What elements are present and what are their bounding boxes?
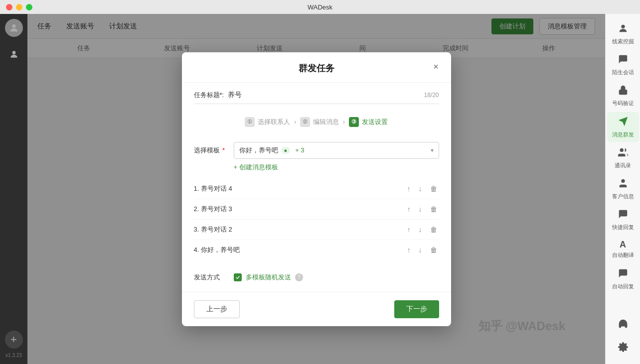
sidebar-item-customer[interactable]: 客户信息: [607, 174, 639, 204]
template-selected-name: 你好，养号吧: [239, 146, 278, 155]
sidebar-item-support[interactable]: [607, 314, 639, 336]
chevron-down-icon: ▾: [431, 147, 434, 154]
sidebar-item-stranger[interactable]: 陌生会话: [607, 50, 639, 80]
sidebar-item-translate[interactable]: A 自动翻译: [607, 236, 639, 262]
delete-button-4[interactable]: 🗑: [428, 245, 439, 255]
step-2-label: 编辑消息: [313, 118, 339, 126]
sidebar-item-broadcast-label: 消息群发: [612, 131, 634, 138]
contacts-icon: [618, 147, 629, 160]
create-template-link[interactable]: + 创建消息模板: [234, 163, 278, 172]
user-avatar[interactable]: [5, 19, 23, 37]
sidebar-item-verify-label: 号码验证: [612, 100, 634, 107]
maximize-window-button[interactable]: [26, 4, 32, 10]
template-control: 你好，养号吧 ● + 3 ▾ + 创建消息模板: [234, 142, 439, 172]
template-item-name-3: 3. 养号对话 2: [194, 225, 405, 234]
minimize-window-button[interactable]: [16, 4, 22, 10]
delete-button-2[interactable]: 🗑: [428, 204, 439, 214]
svg-point-11: [624, 271, 625, 273]
sidebar-item-quick-reply-label: 快捷回复: [612, 224, 634, 231]
window-controls[interactable]: [6, 4, 32, 10]
send-method-checkbox[interactable]: [234, 273, 242, 281]
step-3[interactable]: ③ 发送设置: [349, 117, 388, 127]
sidebar-item-translate-label: 自动翻译: [612, 252, 634, 258]
template-item-actions-1: ↑ ↓ 🗑: [405, 184, 439, 194]
template-selected-item: 你好，养号吧 ● + 3: [239, 146, 305, 155]
move-down-button-3[interactable]: ↓: [417, 225, 424, 235]
svg-point-5: [620, 148, 623, 152]
next-step-button[interactable]: 下一步: [394, 300, 439, 318]
translate-icon: A: [620, 240, 626, 250]
broadcast-icon: [618, 116, 629, 129]
delete-button-1[interactable]: 🗑: [428, 184, 439, 194]
settings-icon: [618, 342, 629, 355]
template-list-item: 2. 养号对话 3 ↑ ↓ 🗑: [194, 199, 439, 220]
move-up-button-3[interactable]: ↑: [405, 225, 413, 235]
move-down-button-4[interactable]: ↓: [417, 245, 424, 255]
titlebar: WADesk: [0, 0, 640, 14]
send-method-content: 多模板随机发送 ?: [234, 273, 303, 282]
move-up-button-1[interactable]: ↑: [405, 184, 413, 194]
move-down-button-1[interactable]: ↓: [417, 184, 424, 194]
prospect-icon: [618, 23, 629, 36]
task-title-input[interactable]: [228, 91, 424, 99]
sidebar-item-auto-reply-label: 自动回复: [612, 283, 634, 290]
prev-step-button[interactable]: 上一步: [194, 300, 240, 318]
template-list: 1. 养号对话 4 ↑ ↓ 🗑 2. 养号对话 3 ↑ ↓: [194, 179, 439, 260]
sidebar-item-settings[interactable]: [607, 338, 639, 359]
template-item-name-4: 4. 你好，养号吧: [194, 245, 405, 254]
step-2[interactable]: ② 编辑消息: [300, 117, 339, 127]
svg-marker-4: [618, 117, 627, 125]
svg-point-6: [621, 179, 625, 183]
template-item-actions-2: ↑ ↓ 🗑: [405, 204, 439, 214]
modal-close-button[interactable]: ×: [429, 60, 443, 74]
content-area: 任务 发送账号 计划发送 创建计划 消息模板管理 任务 发送账号 计划发送 间 …: [27, 14, 605, 364]
modal-dialog: 群发任务 × 任务标题*: 18/20 ① 选择联系人: [182, 52, 451, 326]
template-label: 选择模板 *: [194, 142, 234, 155]
modal-header: 群发任务 ×: [182, 52, 451, 83]
send-method-text[interactable]: 多模板随机发送: [246, 273, 291, 282]
version-label: v1.3.23: [5, 353, 22, 358]
sidebar-icon-user[interactable]: [3, 44, 24, 65]
svg-point-0: [12, 24, 15, 28]
sidebar-item-prospect[interactable]: 线索挖掘: [607, 19, 639, 49]
template-item-actions-4: ↑ ↓ 🗑: [405, 245, 439, 255]
right-sidebar-bottom: [607, 314, 639, 359]
move-up-button-4[interactable]: ↑: [405, 245, 413, 255]
quick-reply-icon: [618, 209, 629, 222]
sidebar-item-prospect-label: 线索挖掘: [612, 38, 634, 45]
sidebar-item-quick-reply[interactable]: 快捷回复: [607, 205, 639, 235]
required-star: *: [221, 146, 225, 154]
sidebar-item-broadcast[interactable]: 消息群发: [607, 112, 639, 142]
modal-body: 任务标题*: 18/20 ① 选择联系人 › ② 编辑消息: [182, 83, 451, 292]
step-3-num: ③: [349, 117, 359, 127]
template-item-actions-3: ↑ ↓ 🗑: [405, 225, 439, 235]
sidebar-item-contacts-label: 通讯录: [615, 162, 631, 169]
close-window-button[interactable]: [6, 4, 12, 10]
modal-footer: 上一步 下一步: [182, 292, 451, 326]
modal-overlay: 群发任务 × 任务标题*: 18/20 ① 选择联系人: [27, 14, 605, 364]
sidebar-item-customer-label: 客户信息: [612, 193, 634, 200]
sidebar-item-verify[interactable]: 号码验证: [607, 81, 639, 111]
svg-point-9: [621, 271, 622, 273]
send-method-label: 发送方式: [194, 273, 234, 282]
sidebar-item-auto-reply[interactable]: 自动回复: [607, 264, 639, 294]
svg-point-2: [621, 25, 625, 28]
help-icon[interactable]: ?: [295, 273, 303, 281]
auto-reply-icon: [618, 268, 629, 281]
sidebar-item-stranger-label: 陌生会话: [612, 69, 634, 76]
task-title-row: 任务标题*: 18/20: [194, 91, 439, 104]
template-select-dropdown[interactable]: 你好，养号吧 ● + 3 ▾: [234, 142, 439, 159]
sidebar-item-contacts[interactable]: 通讯录: [607, 143, 639, 173]
delete-button-3[interactable]: 🗑: [428, 225, 439, 235]
app-body: + v1.3.23 任务 发送账号 计划发送 创建计划 消息模板管理 任务 发送…: [0, 14, 640, 364]
add-button[interactable]: +: [5, 331, 23, 349]
verify-icon: [618, 85, 629, 98]
step-1[interactable]: ① 选择联系人: [245, 117, 290, 127]
app-title: WADesk: [308, 3, 332, 11]
move-up-button-2[interactable]: ↑: [405, 204, 413, 214]
task-title-label: 任务标题*:: [194, 91, 224, 100]
steps-row: ① 选择联系人 › ② 编辑消息 › ③ 发送设置: [194, 112, 439, 132]
template-list-item: 1. 养号对话 4 ↑ ↓ 🗑: [194, 179, 439, 199]
step-1-label: 选择联系人: [258, 118, 290, 126]
move-down-button-2[interactable]: ↓: [417, 204, 424, 214]
